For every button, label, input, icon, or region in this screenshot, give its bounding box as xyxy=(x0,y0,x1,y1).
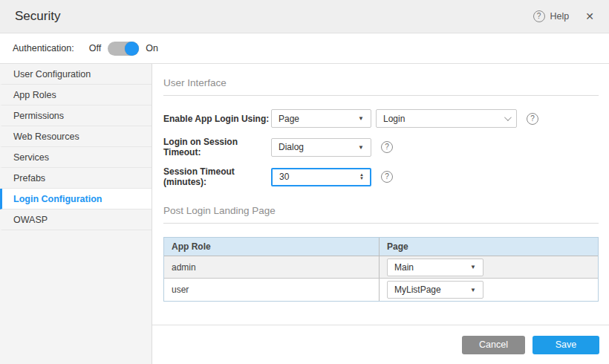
enable-app-login-label: Enable App Login Using: xyxy=(163,114,271,124)
session-timeout-label: Session Timeout (minutes): xyxy=(163,166,271,187)
section-title-user-interface: User Interface xyxy=(163,73,599,96)
session-timeout-minutes-row: Session Timeout (minutes): ▲ ▼ ? xyxy=(163,166,599,187)
table-header-page: Page xyxy=(380,238,598,256)
close-icon[interactable]: ✕ xyxy=(585,10,594,22)
authentication-label: Authentication: xyxy=(13,43,74,53)
admin-page-select[interactable]: Main ▼ xyxy=(387,259,483,276)
page-cell: MyListPage ▼ xyxy=(380,279,598,301)
page-cell: Main ▼ xyxy=(380,256,598,278)
main-panel: User Interface Enable App Login Using: P… xyxy=(152,64,609,364)
app-login-type-select[interactable]: Page ▼ xyxy=(271,109,371,128)
table-row-admin: admin Main ▼ xyxy=(164,256,598,279)
session-timeout-input-box: ▲ ▼ xyxy=(271,168,371,186)
security-dialog: Security ? Help ✕ Authentication: Off On… xyxy=(0,0,609,364)
user-page-value: MyListPage xyxy=(394,285,441,295)
sidebar-item-services[interactable]: Services xyxy=(0,147,152,168)
login-on-session-timeout-label: Login on Session Timeout: xyxy=(163,137,271,157)
toggle-on-label: On xyxy=(146,43,158,53)
sidebar-item-web-resources[interactable]: Web Resources xyxy=(0,126,152,147)
sidebar-item-login-configuration[interactable]: Login Configuration xyxy=(0,189,152,209)
sidebar-item-permissions[interactable]: Permissions xyxy=(0,105,152,126)
app-login-type-value: Page xyxy=(279,114,299,124)
main-content: User Interface Enable App Login Using: P… xyxy=(152,64,609,325)
dropdown-caret-icon: ▼ xyxy=(470,287,476,293)
table-header-row: App Role Page xyxy=(164,238,598,256)
sidebar-item-user-configuration[interactable]: User Configuration xyxy=(0,64,152,85)
cancel-button[interactable]: Cancel xyxy=(462,336,525,354)
app-login-page-value: Login xyxy=(383,114,405,124)
help-link[interactable]: Help xyxy=(550,11,570,22)
dropdown-caret-icon: ▼ xyxy=(470,264,476,270)
number-stepper-icon[interactable]: ▲ ▼ xyxy=(355,173,368,181)
session-timeout-input[interactable] xyxy=(279,172,355,182)
post-login-landing-table: App Role Page admin Main ▼ user xyxy=(163,237,599,302)
login-on-session-timeout-select[interactable]: Dialog ▼ xyxy=(271,138,371,157)
dropdown-caret-icon: ▼ xyxy=(358,115,364,122)
session-timeout-help-icon[interactable]: ? xyxy=(381,171,393,183)
sidebar-item-prefabs[interactable]: Prefabs xyxy=(0,168,152,189)
login-on-session-timeout-value: Dialog xyxy=(279,142,304,152)
save-button[interactable]: Save xyxy=(533,336,599,354)
toggle-knob-icon xyxy=(125,42,139,56)
dialog-footer: Cancel Save xyxy=(152,325,609,364)
dropdown-caret-icon: ▼ xyxy=(358,144,364,151)
enable-app-login-help-icon[interactable]: ? xyxy=(527,113,538,125)
table-row-user: user MyListPage ▼ xyxy=(164,279,598,301)
user-page-select[interactable]: MyListPage ▼ xyxy=(387,281,483,299)
session-timeout-login-row: Login on Session Timeout: Dialog ▼ ? xyxy=(163,137,599,157)
sidebar-item-app-roles[interactable]: App Roles xyxy=(0,85,152,105)
authentication-row: Authentication: Off On xyxy=(0,33,609,64)
sidebar-item-owasp[interactable]: OWASP xyxy=(0,209,152,230)
app-login-page-select[interactable]: Login xyxy=(376,109,517,128)
app-role-cell: user xyxy=(164,279,380,301)
toggle-off-label: Off xyxy=(89,43,101,53)
sidebar: User Configuration App Roles Permissions… xyxy=(0,64,152,364)
header-actions: ? Help ✕ xyxy=(533,10,594,22)
page-title: Security xyxy=(15,9,533,24)
admin-page-value: Main xyxy=(394,262,414,273)
chevron-down-icon xyxy=(504,114,512,121)
dialog-body: User Configuration App Roles Permissions… xyxy=(0,64,609,364)
section-title-post-login: Post Login Landing Page xyxy=(163,201,599,224)
login-on-session-timeout-help-icon[interactable]: ? xyxy=(381,141,393,153)
dialog-header: Security ? Help ✕ xyxy=(0,0,609,33)
help-icon[interactable]: ? xyxy=(533,10,545,22)
app-role-cell: admin xyxy=(164,256,380,278)
authentication-toggle[interactable] xyxy=(108,42,139,56)
enable-app-login-row: Enable App Login Using: Page ▼ Login ? xyxy=(163,109,599,128)
table-header-app-role: App Role xyxy=(164,238,380,256)
